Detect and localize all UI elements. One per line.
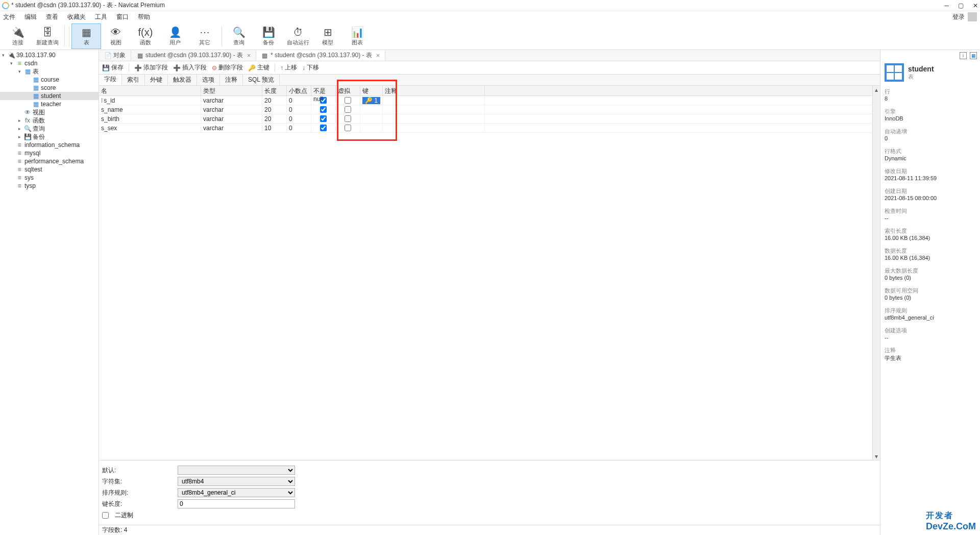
tree-node-视图[interactable]: 👁视图 [0,108,99,116]
expand-icon[interactable]: ▾ [18,69,23,74]
tree-node-student[interactable]: ▦student [0,92,99,100]
menu-编辑[interactable]: 编辑 [24,13,37,21]
toolbar-视图[interactable]: 👁视图 [101,23,131,49]
tree-node-39.103.137.90[interactable]: ▾🔌39.103.137.90 [0,51,99,59]
design-tab-外键[interactable]: 外键 [145,75,168,85]
menu-文件[interactable]: 文件 [3,13,15,21]
info-icon[interactable]: i [960,52,967,59]
field-row[interactable]: s_birthvarchar200 [99,114,872,124]
fields-grid[interactable]: 名类型长度小数点不是 null虚拟键注释 Is_idvarchar200🔑 1s… [99,86,872,460]
virtual-checkbox[interactable] [345,115,351,122]
scroll-up-icon[interactable]: ▴ [873,86,880,93]
close-button[interactable]: ✕ [973,2,978,9]
virtual-checkbox[interactable] [345,125,351,131]
tree-node-表[interactable]: ▾▦表 [0,67,99,76]
btn-保存[interactable]: 💾保存 [102,63,124,72]
close-icon[interactable]: × [376,52,380,59]
info-item: 检查时间-- [885,207,976,221]
column-header[interactable]: 长度 [262,86,287,95]
expand-icon[interactable]: ▸ [18,134,23,139]
toolbar-图表[interactable]: 📊图表 [342,23,372,49]
keylen-input[interactable] [178,499,295,508]
collation-select[interactable]: utf8mb4_general_ci [178,488,295,497]
toolbar-函数[interactable]: f(x)函数 [131,23,160,49]
vertical-scrollbar[interactable]: ▴ ▾ [872,86,880,460]
expand-icon[interactable]: ▸ [18,118,23,123]
tree-node-sqltest[interactable]: ≡sqltest [0,165,99,174]
menu-收藏夹[interactable]: 收藏夹 [67,13,86,21]
virtual-checkbox[interactable] [345,106,351,113]
column-header[interactable]: 不是 null [311,86,336,95]
column-header[interactable]: 名 [99,86,201,95]
menu-帮助[interactable]: 帮助 [138,13,150,21]
toolbar-新建查询[interactable]: 🗄新建查询 [33,23,62,49]
toolbar-表[interactable]: ▦表 [71,23,101,49]
备份-icon: 💾 [262,26,275,39]
btn-插入字段[interactable]: ➕插入字段 [173,63,207,72]
design-tab-SQL 预览[interactable]: SQL 预览 [243,75,280,85]
tree-node-score[interactable]: ▦score [0,84,99,92]
field-row[interactable]: s_namevarchar200 [99,105,872,114]
scroll-down-icon[interactable]: ▾ [873,452,880,460]
notnull-checkbox[interactable] [320,115,327,122]
minimize-button[interactable]: ─ [944,2,949,9]
btn-删除字段[interactable]: ⊖删除字段 [212,63,243,72]
toolbar-连接[interactable]: 🔌连接 [3,23,33,49]
notnull-checkbox[interactable] [320,125,327,131]
field-row[interactable]: s_sexvarchar100 [99,124,872,133]
binary-checkbox[interactable] [102,512,109,519]
grid-icon[interactable]: ▦ [970,52,977,59]
btn-上移[interactable]: ↑上移 [280,63,297,72]
maximize-button[interactable]: ▢ [958,2,964,9]
expand-icon[interactable]: ▾ [10,61,15,66]
tree-node-备份[interactable]: ▸💾备份 [0,133,99,141]
design-tab-字段[interactable]: 字段 [99,75,122,85]
column-header[interactable]: 小数点 [287,86,311,95]
design-tab-选项[interactable]: 选项 [197,75,220,85]
column-header[interactable]: 虚拟 [336,86,360,95]
toolbar-用户[interactable]: 👤用户 [160,23,190,49]
toolbar-查询[interactable]: 🔍查询 [224,23,254,49]
column-header[interactable]: 类型 [201,86,262,95]
tab[interactable]: ▦* student @csdn (39.103.137.90) - 表× [256,50,385,61]
charset-select[interactable]: utf8mb4 [178,477,295,486]
tree-node-teacher[interactable]: ▦teacher [0,100,99,108]
tree-node-performance_schema[interactable]: ≡performance_schema [0,157,99,165]
notnull-checkbox[interactable] [320,106,327,113]
expand-icon[interactable]: ▸ [18,126,23,131]
tree-node-course[interactable]: ▦course [0,76,99,84]
expand-icon[interactable]: ▾ [2,53,7,58]
btn-下移[interactable]: ↓下移 [302,63,319,72]
menu-工具[interactable]: 工具 [95,13,107,21]
tree-node-函数[interactable]: ▸fx函数 [0,116,99,125]
default-select[interactable] [178,466,295,475]
tree-node-查询[interactable]: ▸🔍查询 [0,125,99,133]
field-row[interactable]: Is_idvarchar200🔑 1 [99,96,872,105]
column-header[interactable]: 键 [360,86,383,95]
toolbar-自动运行[interactable]: ⏱自动运行 [283,23,313,49]
design-tab-索引[interactable]: 索引 [122,75,145,85]
btn-添加字段[interactable]: ➕添加字段 [134,63,168,72]
close-icon[interactable]: × [247,52,251,59]
toolbar-备份[interactable]: 💾备份 [254,23,283,49]
tab[interactable]: 📄对象 [99,50,131,61]
tree-node-mysql[interactable]: ≡mysql [0,149,99,157]
tree-node-csdn[interactable]: ▾≡csdn [0,59,99,67]
login-button[interactable]: 登录 [952,12,977,21]
info-item: 行8 [885,88,976,102]
toolbar-其它[interactable]: ⋯其它 [190,23,219,49]
tree-node-information_schema[interactable]: ≡information_schema [0,141,99,149]
design-tab-注释[interactable]: 注释 [220,75,243,85]
menu-查看[interactable]: 查看 [46,13,58,21]
toolbar-模型[interactable]: ⊞模型 [313,23,342,49]
virtual-checkbox[interactable] [345,97,351,104]
tree-node-tysp[interactable]: ≡tysp [0,182,99,190]
menu-窗口[interactable]: 窗口 [116,13,129,21]
其它-icon: ⋯ [200,26,210,39]
tab[interactable]: ▦student @csdn (39.103.137.90) - 表× [131,50,256,61]
btn-主键[interactable]: 🔑主键 [248,63,270,72]
column-header[interactable]: 注释 [383,86,485,95]
tree-node-sys[interactable]: ≡sys [0,174,99,182]
design-tab-触发器[interactable]: 触发器 [168,75,197,85]
connection-tree[interactable]: ▾🔌39.103.137.90▾≡csdn▾▦表▦course▦score▦st… [0,50,99,535]
